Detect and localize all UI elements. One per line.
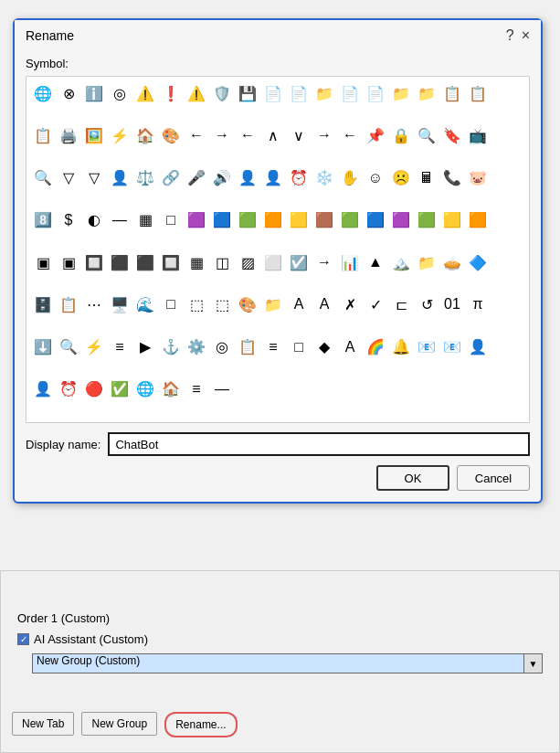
symbol-cell[interactable]: 🔲 bbox=[158, 249, 184, 275]
symbol-cell[interactable]: 📄 bbox=[260, 80, 286, 106]
symbol-cell[interactable]: 👤 bbox=[107, 165, 132, 191]
symbol-cell[interactable]: □ bbox=[158, 207, 184, 233]
symbol-cell[interactable]: 📄 bbox=[286, 80, 312, 106]
symbol-cell[interactable]: 📌 bbox=[363, 122, 388, 148]
symbol-cell[interactable]: 01 bbox=[439, 292, 465, 317]
symbol-cell[interactable]: 📧 bbox=[414, 334, 439, 360]
symbol-cell[interactable]: 🔴 bbox=[81, 376, 107, 402]
help-icon[interactable]: ? bbox=[506, 27, 514, 44]
symbol-cell[interactable]: ← bbox=[235, 122, 260, 148]
symbol-cell[interactable]: ▨ bbox=[235, 249, 260, 275]
symbol-cell[interactable]: 👤 bbox=[235, 165, 260, 191]
symbol-cell[interactable]: ⏰ bbox=[56, 376, 81, 402]
symbol-cell[interactable]: 🔍 bbox=[30, 165, 56, 191]
symbol-cell[interactable]: 🟩 bbox=[235, 207, 260, 233]
symbol-cell[interactable]: ▣ bbox=[30, 249, 56, 275]
symbol-cell[interactable]: ◎ bbox=[209, 334, 235, 360]
symbol-cell[interactable]: ⚡ bbox=[81, 334, 107, 360]
symbol-cell[interactable]: 🖥️ bbox=[107, 292, 132, 317]
symbol-cell[interactable]: 🌊 bbox=[132, 292, 158, 317]
symbol-cell[interactable]: ≡ bbox=[260, 334, 286, 360]
symbol-cell[interactable]: 🖼️ bbox=[81, 122, 107, 148]
symbol-cell[interactable]: ℹ️ bbox=[81, 80, 107, 106]
symbol-cell[interactable]: ⋯ bbox=[81, 292, 107, 317]
symbol-cell[interactable]: → bbox=[312, 249, 337, 275]
symbol-cell[interactable]: 🟫 bbox=[312, 207, 337, 233]
symbol-cell[interactable]: ⬚ bbox=[184, 292, 209, 317]
symbol-cell[interactable]: 🥧 bbox=[439, 249, 465, 275]
symbol-cell[interactable]: 📊 bbox=[337, 249, 363, 275]
symbol-cell[interactable]: 🔍 bbox=[56, 334, 81, 360]
symbol-cell[interactable]: 🔲 bbox=[81, 249, 107, 275]
symbol-cell[interactable]: 📄 bbox=[337, 80, 363, 106]
symbol-cell[interactable]: 🔒 bbox=[388, 122, 414, 148]
symbol-cell[interactable]: 🐷 bbox=[465, 165, 491, 191]
symbol-cell[interactable]: 🟪 bbox=[388, 207, 414, 233]
symbol-cell[interactable]: ⬛ bbox=[107, 249, 132, 275]
symbol-cell[interactable]: 👤 bbox=[260, 165, 286, 191]
symbol-cell[interactable]: 8️⃣ bbox=[30, 207, 56, 233]
symbol-cell[interactable]: ⊗ bbox=[56, 80, 81, 106]
symbol-cell[interactable]: □ bbox=[158, 292, 184, 317]
symbol-cell[interactable]: 📧 bbox=[439, 334, 465, 360]
close-icon[interactable]: × bbox=[522, 27, 530, 44]
symbol-cell[interactable]: ← bbox=[184, 122, 209, 148]
symbol-cell[interactable]: ▦ bbox=[132, 207, 158, 233]
symbol-cell[interactable]: 📺 bbox=[465, 122, 491, 148]
symbol-cell[interactable]: ✋ bbox=[337, 165, 363, 191]
symbol-cell[interactable]: ◫ bbox=[209, 249, 235, 275]
symbol-cell[interactable]: 🔍 bbox=[414, 122, 439, 148]
symbol-cell[interactable]: — bbox=[107, 207, 132, 233]
symbol-cell[interactable]: $ bbox=[56, 207, 81, 233]
symbol-cell[interactable]: 📋 bbox=[439, 80, 465, 106]
symbol-cell[interactable]: 👤 bbox=[30, 376, 56, 402]
symbol-cell[interactable]: ← bbox=[337, 122, 363, 148]
symbol-cell[interactable]: ⊏ bbox=[388, 292, 414, 317]
rename-button[interactable]: Rename... bbox=[164, 712, 237, 737]
symbol-cell[interactable]: ⏰ bbox=[286, 165, 312, 191]
symbol-cell[interactable]: 👤 bbox=[465, 334, 491, 360]
symbol-cell[interactable]: ⚓ bbox=[158, 334, 184, 360]
display-name-input[interactable] bbox=[108, 432, 530, 456]
symbol-cell[interactable]: 🗄️ bbox=[30, 292, 56, 317]
symbol-cell[interactable]: 📋 bbox=[465, 80, 491, 106]
ai-assistant-checkbox[interactable] bbox=[17, 633, 29, 645]
symbol-cell[interactable]: 🛡️ bbox=[209, 80, 235, 106]
symbol-cell[interactable]: A bbox=[337, 334, 363, 360]
new-group-button[interactable]: New Group bbox=[81, 712, 157, 736]
new-group-select[interactable]: New Group (Custom) bbox=[32, 653, 524, 673]
symbol-cell[interactable]: 🟨 bbox=[286, 207, 312, 233]
symbol-cell[interactable]: 🌐 bbox=[132, 376, 158, 402]
symbol-cell[interactable]: ◎ bbox=[107, 80, 132, 106]
symbol-cell[interactable]: 📞 bbox=[439, 165, 465, 191]
symbol-cell[interactable]: ≡ bbox=[107, 334, 132, 360]
symbol-cell[interactable]: 💾 bbox=[235, 80, 260, 106]
symbol-cell[interactable]: ⚠️ bbox=[132, 80, 158, 106]
symbol-cell[interactable]: ▦ bbox=[184, 249, 209, 275]
symbol-cell[interactable]: ◐ bbox=[81, 207, 107, 233]
ok-button[interactable]: OK bbox=[376, 465, 449, 491]
symbol-cell[interactable]: 🟨 bbox=[439, 207, 465, 233]
symbol-cell[interactable]: 🟦 bbox=[209, 207, 235, 233]
symbol-cell[interactable]: ❄️ bbox=[312, 165, 337, 191]
symbol-cell[interactable]: 🌈 bbox=[363, 334, 388, 360]
symbol-cell[interactable]: A bbox=[286, 292, 312, 317]
symbol-cell[interactable]: 📁 bbox=[260, 292, 286, 317]
symbol-cell[interactable]: ⬛ bbox=[132, 249, 158, 275]
symbol-cell[interactable]: → bbox=[209, 122, 235, 148]
symbol-cell[interactable]: ⚠️ bbox=[184, 80, 209, 106]
symbol-cell[interactable]: 🟪 bbox=[184, 207, 209, 233]
symbol-cell[interactable]: 📋 bbox=[30, 122, 56, 148]
symbol-cell[interactable] bbox=[363, 376, 388, 402]
symbol-cell[interactable]: 🎨 bbox=[235, 292, 260, 317]
symbol-cell[interactable]: ∧ bbox=[260, 122, 286, 148]
symbol-cell[interactable]: ⚡ bbox=[107, 122, 132, 148]
symbol-cell[interactable]: 🔷 bbox=[465, 249, 491, 275]
symbol-cell[interactable]: — bbox=[209, 376, 235, 402]
symbol-cell[interactable]: ⬜ bbox=[260, 249, 286, 275]
symbol-cell[interactable]: 📁 bbox=[312, 80, 337, 106]
symbol-cell[interactable]: ⚙️ bbox=[184, 334, 209, 360]
symbol-cell[interactable]: ▲ bbox=[363, 249, 388, 275]
symbol-cell[interactable]: 🔊 bbox=[209, 165, 235, 191]
symbol-cell[interactable]: 🖨️ bbox=[56, 122, 81, 148]
